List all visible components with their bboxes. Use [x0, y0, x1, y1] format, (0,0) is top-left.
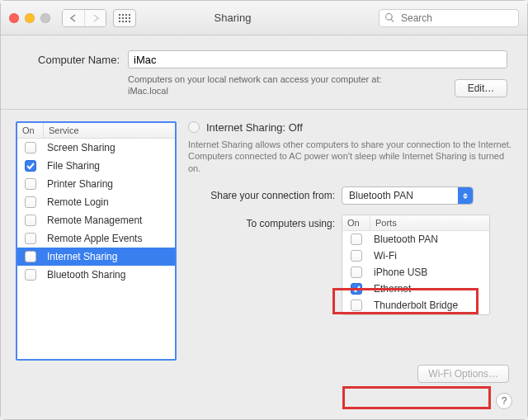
svg-rect-6	[125, 17, 127, 19]
ports-list[interactable]: On Ports Bluetooth PAN Wi-Fi iPhone USB …	[342, 215, 490, 315]
svg-rect-9	[122, 21, 124, 22]
port-row[interactable]: Wi-Fi	[342, 248, 489, 264]
search-field-wrapper	[379, 9, 519, 27]
checkbox[interactable]	[351, 300, 362, 311]
checkbox[interactable]	[351, 267, 362, 278]
port-label: Bluetooth PAN	[370, 234, 489, 245]
svg-rect-1	[122, 14, 124, 16]
titlebar: Sharing	[1, 1, 527, 35]
to-computers-label: To computers using:	[188, 215, 335, 315]
svg-rect-10	[125, 21, 127, 22]
service-row[interactable]: Internet Sharing	[17, 248, 175, 266]
service-row[interactable]: Printer Sharing	[17, 175, 175, 193]
service-label: Remote Login	[44, 196, 175, 208]
wifi-options-button[interactable]: Wi-Fi Options…	[417, 365, 509, 383]
share-from-label: Share your connection from:	[188, 190, 335, 201]
computer-name-section: Computer Name: Computers on your local n…	[1, 35, 527, 110]
svg-rect-5	[122, 17, 124, 19]
computer-name-note: Computers on your local network can acce…	[128, 73, 455, 97]
service-label: Printer Sharing	[44, 178, 175, 190]
port-row[interactable]: Bluetooth PAN	[342, 231, 489, 248]
port-row[interactable]: iPhone USB	[342, 264, 489, 281]
checkbox[interactable]	[351, 283, 362, 295]
services-col-on: On	[17, 123, 44, 138]
main-area: On Service Screen Sharing File Sharing P…	[1, 110, 527, 419]
internet-sharing-description: Internet Sharing allows other computers …	[188, 139, 512, 176]
window-title: Sharing	[143, 12, 372, 24]
search-icon	[384, 12, 395, 23]
checkbox[interactable]	[25, 215, 36, 226]
services-col-service: Service	[44, 123, 175, 138]
checkbox[interactable]	[25, 178, 36, 190]
internet-sharing-panel: Internet Sharing: Off Internet Sharing a…	[188, 121, 512, 404]
service-label: Remote Apple Events	[44, 233, 175, 244]
service-row[interactable]: Screen Sharing	[17, 139, 175, 157]
svg-rect-7	[129, 17, 130, 19]
port-label: iPhone USB	[370, 267, 489, 278]
checkbox[interactable]	[25, 251, 36, 262]
service-label: File Sharing	[44, 160, 175, 172]
svg-rect-11	[129, 21, 130, 22]
computer-name-label: Computer Name:	[21, 54, 120, 66]
window-controls	[9, 13, 50, 23]
checkbox[interactable]	[25, 269, 36, 281]
zoom-window-button[interactable]	[40, 13, 50, 23]
ports-col-on: On	[342, 215, 370, 230]
forward-button[interactable]	[84, 10, 106, 26]
minimize-window-button[interactable]	[25, 13, 35, 23]
search-input[interactable]	[379, 9, 519, 27]
show-all-button[interactable]	[113, 9, 136, 27]
popup-arrows-icon	[458, 187, 473, 204]
share-from-popup[interactable]: Bluetooth PAN	[342, 186, 474, 205]
svg-rect-0	[119, 14, 120, 16]
checkbox[interactable]	[351, 250, 362, 262]
svg-rect-4	[119, 17, 120, 19]
checkbox[interactable]	[25, 196, 36, 208]
svg-rect-8	[119, 21, 120, 22]
close-window-button[interactable]	[9, 13, 19, 23]
help-button[interactable]: ?	[496, 393, 512, 409]
ports-col-ports: Ports	[370, 215, 489, 230]
port-row[interactable]: Ethernet	[342, 281, 489, 297]
service-label: Bluetooth Sharing	[44, 269, 175, 281]
share-from-value: Bluetooth PAN	[349, 190, 413, 201]
status-indicator-icon	[188, 121, 200, 133]
back-button[interactable]	[63, 10, 84, 26]
service-label: Screen Sharing	[44, 142, 175, 153]
service-row[interactable]: Remote Login	[17, 193, 175, 211]
services-list[interactable]: On Service Screen Sharing File Sharing P…	[16, 121, 177, 361]
checkbox[interactable]	[351, 234, 362, 245]
svg-rect-3	[129, 14, 130, 16]
nav-back-forward	[62, 9, 106, 27]
service-row[interactable]: File Sharing	[17, 157, 175, 175]
service-row[interactable]: Remote Apple Events	[17, 229, 175, 248]
port-label: Thunderbolt Bridge	[370, 300, 489, 311]
service-label: Remote Management	[44, 215, 175, 226]
computer-name-field[interactable]	[128, 50, 507, 68]
checkbox[interactable]	[25, 233, 36, 244]
port-row[interactable]: Thunderbolt Bridge	[342, 297, 489, 314]
internet-sharing-title: Internet Sharing: Off	[206, 121, 303, 134]
service-row[interactable]: Remote Management	[17, 211, 175, 229]
sharing-preferences-window: Sharing Computer Name: Computers on your…	[0, 0, 528, 420]
service-row[interactable]: Bluetooth Sharing	[17, 266, 175, 284]
checkbox[interactable]	[25, 142, 36, 153]
edit-hostname-button[interactable]: Edit…	[455, 79, 507, 97]
checkbox[interactable]	[25, 160, 36, 172]
port-label: Wi-Fi	[370, 250, 489, 262]
port-label: Ethernet	[370, 283, 489, 295]
svg-rect-2	[125, 14, 127, 16]
service-label: Internet Sharing	[44, 251, 175, 262]
